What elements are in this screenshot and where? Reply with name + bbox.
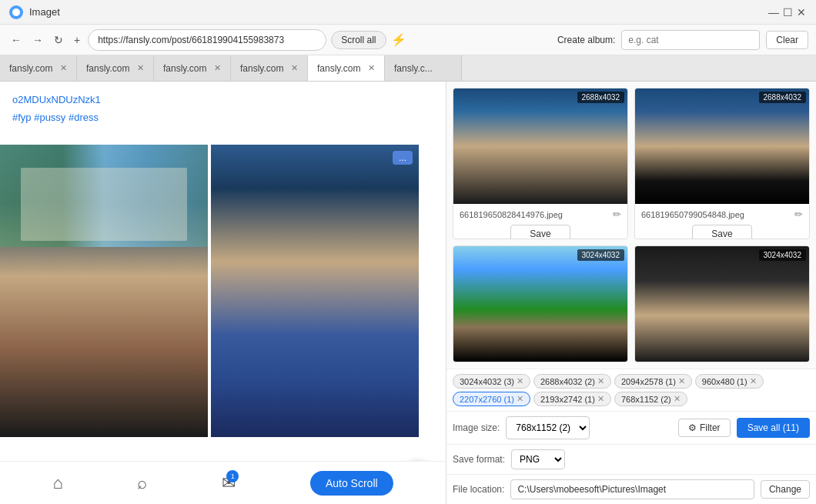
tab-6-label: fansly.c... — [394, 63, 433, 74]
controls-row: Image size: 768x1152 (2) ⚙ Filter Save a… — [446, 411, 816, 444]
main-content: o2MDUxNDUzNzk1 #fyp #pussy #dress ... ▲ — [0, 82, 816, 504]
browser-panel: o2MDUxNDUzNzk1 #fyp #pussy #dress ... ▲ — [0, 82, 446, 504]
url-input[interactable] — [88, 29, 326, 51]
edit-icon-2[interactable]: ✏ — [794, 209, 803, 220]
app-icon — [9, 5, 23, 19]
change-button[interactable]: Change — [761, 480, 810, 499]
tab-2-close[interactable]: ✕ — [137, 63, 144, 73]
size-select[interactable]: 768x1152 (2) — [506, 416, 590, 439]
filter-tag-0-remove[interactable]: ✕ — [517, 376, 523, 386]
image-size-label: Image size: — [453, 422, 500, 433]
scroll-all-button[interactable]: Scroll all — [331, 31, 386, 49]
image-thumb-2: 2688x4032 — [635, 88, 809, 204]
filter-tag-3-remove[interactable]: ✕ — [750, 376, 757, 386]
image-thumb-3: 3024x4032 — [453, 246, 627, 362]
filter-tag-5[interactable]: 2193x2742 (1) ✕ — [533, 392, 611, 406]
tabs-bar: fansly.com ✕ fansly.com ✕ fansly.com ✕ f… — [0, 55, 816, 82]
filter-tag-1-label: 2688x4032 (2) — [540, 377, 595, 386]
image-filename-2: 661819650799054848.jpeg — [641, 210, 744, 219]
filter-tag-6-remove[interactable]: ✕ — [674, 394, 681, 404]
tab-4[interactable]: fansly.com ✕ — [231, 55, 308, 81]
bookmark-button[interactable]: ⚡ — [391, 32, 406, 47]
image-card-3: 3024x4032 — [453, 245, 628, 362]
filter-tag-1-remove[interactable]: ✕ — [597, 376, 604, 386]
refresh-button[interactable]: ↻ — [51, 31, 66, 49]
filter-tag-5-remove[interactable]: ✕ — [597, 394, 604, 404]
filter-tag-6-label: 768x1152 (2) — [621, 395, 671, 404]
filter-tag-1[interactable]: 2688x4032 (2) ✕ — [533, 374, 611, 389]
image-dots-menu[interactable]: ... — [393, 151, 413, 165]
filter-tag-2-label: 2094x2578 (1) — [621, 377, 676, 386]
location-input[interactable] — [510, 479, 754, 499]
filter-tag-2[interactable]: 2094x2578 (1) ✕ — [614, 374, 692, 389]
save-button-2[interactable]: Save — [692, 225, 751, 239]
filter-tag-4-label: 2207x2760 (1) — [460, 395, 514, 404]
save-button-1[interactable]: Save — [510, 225, 570, 239]
image-dimensions-2: 2688x4032 — [759, 92, 807, 103]
tab-1-label: fansly.com — [9, 63, 52, 74]
filter-tag-6[interactable]: 768x1152 (2) ✕ — [614, 392, 687, 406]
tab-6[interactable]: fansly.c... — [385, 55, 462, 81]
tab-4-label: fansly.com — [240, 63, 283, 74]
tab-5[interactable]: fansly.com ✕ — [308, 55, 385, 81]
forward-button[interactable]: → — [29, 31, 46, 49]
album-label: Create album: — [557, 35, 615, 45]
tab-5-label: fansly.com — [317, 63, 360, 74]
tab-4-close[interactable]: ✕ — [291, 63, 298, 73]
image-info-2: 661819650799054848.jpeg ✏ — [635, 204, 809, 225]
filter-tag-0[interactable]: 3024x4032 (3) ✕ — [453, 374, 530, 389]
tab-5-close[interactable]: ✕ — [368, 63, 375, 73]
window-controls[interactable]: — ☐ ✕ — [768, 7, 807, 18]
app-title: Imaget — [29, 6, 60, 18]
search-icon[interactable]: ⌕ — [137, 473, 147, 493]
format-label: Save format: — [453, 454, 505, 465]
filter-btn-label: Filter — [700, 422, 721, 433]
filter-tag-0-label: 3024x4032 (3) — [460, 377, 514, 386]
format-select[interactable]: PNG JPEG WEBP — [511, 449, 565, 469]
filter-tag-5-label: 2193x2742 (1) — [540, 395, 595, 404]
filter-tag-4[interactable]: 2207x2760 (1) ✕ — [453, 392, 530, 406]
location-row: File location: Change — [446, 474, 816, 504]
address-bar: ← → ↻ + Scroll all ⚡ Create album: Clear — [0, 25, 816, 55]
filter-button[interactable]: ⚙ Filter — [678, 419, 731, 437]
page-link[interactable]: o2MDUxNDUzNzk1 — [12, 94, 433, 105]
back-button[interactable]: ← — [8, 31, 25, 49]
browser-image-1 — [0, 145, 208, 437]
image-card-1: 2688x4032 661819650828414976.jpeg ✏ Save — [453, 88, 628, 239]
message-badge: 1 — [226, 470, 239, 482]
image-dimensions-1: 2688x4032 — [577, 92, 625, 103]
tab-2-label: fansly.com — [86, 63, 129, 74]
tab-3-close[interactable]: ✕ — [214, 63, 221, 73]
tab-1-close[interactable]: ✕ — [60, 63, 67, 73]
new-tab-button[interactable]: + — [71, 31, 83, 49]
home-icon[interactable]: ⌂ — [52, 473, 62, 493]
page-tags: #fyp #pussy #dress — [12, 112, 433, 123]
filter-tag-4-remove[interactable]: ✕ — [517, 394, 523, 404]
maximize-button[interactable]: ☐ — [782, 7, 793, 18]
bottom-nav: ⌂ ⌕ ✉ 1 Auto Scroll — [0, 461, 446, 504]
messages-icon[interactable]: ✉ 1 — [222, 473, 236, 493]
edit-icon-1[interactable]: ✏ — [613, 209, 621, 220]
image-filename-1: 661819650828414976.jpeg — [460, 210, 563, 219]
tab-2[interactable]: fansly.com ✕ — [77, 55, 154, 81]
location-label: File location: — [453, 484, 504, 495]
title-bar: Imaget — ☐ ✕ — [0, 0, 816, 25]
filter-tags: 3024x4032 (3) ✕ 2688x4032 (2) ✕ 2094x257… — [446, 369, 816, 411]
minimize-button[interactable]: — — [768, 7, 779, 18]
format-row: Save format: PNG JPEG WEBP — [446, 444, 816, 474]
tab-1[interactable]: fansly.com ✕ — [0, 55, 77, 81]
image-thumb-1: 2688x4032 — [453, 88, 627, 204]
tab-3[interactable]: fansly.com ✕ — [154, 55, 231, 81]
right-controls: Create album: Clear — [557, 30, 808, 50]
album-input[interactable] — [621, 30, 760, 50]
filter-tag-2-remove[interactable]: ✕ — [678, 376, 685, 386]
save-all-button[interactable]: Save all (11) — [737, 418, 810, 438]
svg-point-0 — [12, 8, 20, 16]
image-grid: 2688x4032 661819650828414976.jpeg ✏ Save… — [446, 82, 816, 369]
close-button[interactable]: ✕ — [796, 7, 807, 18]
auto-scroll-button[interactable]: Auto Scroll — [310, 471, 393, 496]
browser-images-grid: ... — [0, 145, 446, 437]
tab-3-label: fansly.com — [163, 63, 206, 74]
filter-tag-3[interactable]: 960x480 (1) ✕ — [695, 374, 764, 389]
clear-button[interactable]: Clear — [766, 31, 808, 49]
